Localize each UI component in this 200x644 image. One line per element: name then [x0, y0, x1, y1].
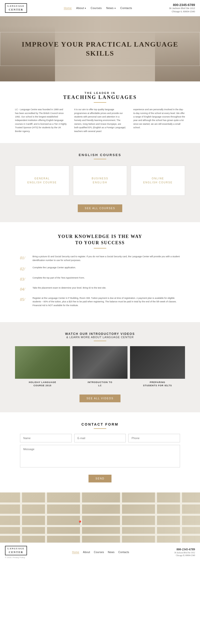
- video-label-3: PREPARINGSTUDENTS FOR IELTS: [130, 381, 185, 387]
- nav-news[interactable]: News: [106, 7, 116, 10]
- nav-about[interactable]: About: [76, 7, 86, 10]
- step-4-num: 04/: [20, 286, 29, 293]
- courses-grid: GENERALENGLISH COURSE BUSINESSENGLISH ON…: [15, 166, 185, 196]
- courses-divider: [94, 159, 106, 159]
- hero-title: IMPROVE YOUR PRACTICAL LANGUAGE SKILLS: [10, 40, 190, 58]
- message-input[interactable]: [20, 445, 180, 467]
- footer-nav: Home About Courses News Contacts: [72, 551, 129, 554]
- video-label-1: HOLIDAY LANGUAGECOURSE 2015: [15, 381, 70, 387]
- course-card-general[interactable]: GENERALENGLISH COURSE: [15, 166, 69, 196]
- phone-input[interactable]: [128, 434, 180, 442]
- map-pin: 📍: [78, 520, 82, 525]
- step-2-text: Complete the Language Center application…: [32, 266, 76, 269]
- footer-copyright: © 2016. Privacy Policy: [5, 556, 27, 559]
- footer-nav-courses[interactable]: Courses: [94, 551, 104, 554]
- step-5: 05/ Register at the Language Center in P…: [20, 296, 180, 307]
- header-contact: 800-2345-6789 36 Jackson Blvd Ste 1012 C…: [169, 3, 195, 13]
- step-3-num: 03/: [20, 276, 29, 283]
- nav-home[interactable]: Home: [64, 7, 72, 10]
- leader-section: THE LEADER IN TEACHING LANGUAGES LC - La…: [0, 81, 200, 143]
- footer-logo[interactable]: LANGUAGE CENTER: [5, 546, 27, 555]
- success-title: YOUR KNOWLEDGE IS THE WAY TO YOUR SUCCES…: [20, 233, 180, 246]
- map-road: [45, 492, 47, 543]
- contact-title: CONTACT FORM: [20, 422, 180, 426]
- map-background: 📍: [0, 492, 200, 543]
- footer-phone: 800-2345-6789: [174, 548, 195, 551]
- leader-col-2: It is our aim to offer top quality langu…: [74, 108, 126, 133]
- video-thumb-1[interactable]: [15, 346, 70, 379]
- email-input[interactable]: [74, 434, 126, 442]
- course-card-business[interactable]: BUSINESSENGLISH: [73, 166, 127, 196]
- course-name-business: BUSINESSENGLISH: [92, 177, 108, 185]
- step-5-text: Register at the Language Center in P Bui…: [32, 296, 180, 307]
- site-footer: LANGUAGE CENTER © 2016. Privacy Policy H…: [0, 543, 200, 562]
- name-input[interactable]: [20, 434, 72, 442]
- map-road: [155, 492, 157, 543]
- leader-divider: [94, 102, 106, 103]
- footer-nav-about[interactable]: About: [83, 551, 90, 554]
- video-grid: HOLIDAY LANGUAGECOURSE 2015 INTRODUCTION…: [15, 346, 185, 387]
- map-road: [80, 492, 82, 543]
- step-2: 02/ Complete the Language Center applica…: [20, 266, 180, 272]
- see-all-courses-button[interactable]: SEE ALL COURSES: [78, 204, 122, 212]
- map-road: [0, 525, 200, 527]
- leader-pre-title: THE LEADER IN: [15, 91, 185, 94]
- step-4-text: Take the placement exam to determine you…: [32, 286, 106, 290]
- leader-col-1: LC - Language Centre was founded in 1989…: [15, 108, 67, 133]
- success-divider: [94, 248, 106, 248]
- hero-section: IMPROVE YOUR PRACTICAL LANGUAGE SKILLS: [0, 16, 200, 81]
- footer-address: 36 Jackson Blvd Ste 1012 Chicago IL 6060…: [174, 551, 195, 557]
- step-1: 01/ Bring a picture ID and Social Securi…: [20, 255, 180, 262]
- videos-sub-title: & LEARN MORE ABOUT LANGUAGE CENTER: [15, 336, 185, 339]
- step-1-text: Bring a picture ID and Social Security c…: [32, 255, 180, 262]
- header-address: 36 Jackson Blvd Ste 1012 Chicago IL 6060…: [169, 7, 195, 13]
- see-all-videos-button[interactable]: SEE ALL VIDEOS: [80, 395, 120, 402]
- map-section[interactable]: 📍: [0, 492, 200, 543]
- step-1-num: 01/: [20, 255, 29, 261]
- map-road: [120, 492, 122, 543]
- step-3: 03/ Complete the top part of the Test Ap…: [20, 276, 180, 283]
- nav-courses[interactable]: Courses: [91, 7, 102, 10]
- videos-section: WATCH OUR INTRODUCTORY VIDEOS & LEARN MO…: [0, 322, 200, 412]
- map-road: [20, 492, 22, 543]
- course-name-online: ONLINEENGLISH COURSE: [143, 177, 172, 185]
- success-section: YOUR KNOWLEDGE IS THE WAY TO YOUR SUCCES…: [0, 222, 200, 322]
- steps-list: 01/ Bring a picture ID and Social Securi…: [20, 255, 180, 307]
- main-nav: Home About Courses News Contacts: [64, 7, 132, 10]
- contact-divider: [94, 428, 106, 429]
- contact-form-row1: [20, 434, 180, 442]
- map-road: [0, 502, 200, 504]
- header-logo[interactable]: LANGUAGE CENTER: [5, 3, 27, 13]
- map-road: [0, 514, 200, 516]
- footer-contact: 800-2345-6789 36 Jackson Blvd Ste 1012 C…: [174, 548, 195, 557]
- send-button[interactable]: SEND: [88, 475, 112, 482]
- leader-columns: LC - Language Centre was founded in 1989…: [15, 108, 185, 133]
- videos-pre-title: WATCH OUR INTRODUCTORY VIDEOS: [15, 332, 185, 336]
- contact-section: CONTACT FORM SEND: [0, 412, 200, 492]
- footer-nav-news[interactable]: News: [108, 551, 114, 554]
- step-3-text: Complete the top part of the Test Appoin…: [32, 276, 85, 280]
- course-name-general: GENERALENGLISH COURSE: [28, 177, 57, 185]
- footer-nav-home[interactable]: Home: [72, 551, 79, 554]
- map-road: [0, 534, 200, 536]
- video-thumb-3[interactable]: [130, 346, 185, 379]
- step-5-num: 05/: [20, 296, 29, 303]
- course-card-online[interactable]: ONLINEENGLISH COURSE: [131, 166, 185, 196]
- step-4: 04/ Take the placement exam to determine…: [20, 286, 180, 293]
- header-phone: 800-2345-6789: [169, 3, 195, 7]
- courses-section: ENGLISH COURSES GENERALENGLISH COURSE BU…: [0, 143, 200, 222]
- leader-main-title: TEACHING LANGUAGES: [15, 94, 185, 100]
- footer-left: LANGUAGE CENTER © 2016. Privacy Policy: [5, 546, 27, 559]
- videos-divider: [94, 341, 106, 341]
- footer-nav-contacts[interactable]: Contacts: [118, 551, 129, 554]
- courses-heading: ENGLISH COURSES: [15, 153, 185, 157]
- video-label-2: INTRODUCTION TOLC: [72, 381, 128, 387]
- leader-col-3: experience and are personally involved i…: [133, 108, 185, 133]
- nav-contacts[interactable]: Contacts: [120, 7, 132, 10]
- step-2-num: 02/: [20, 266, 29, 272]
- hero-frame: IMPROVE YOUR PRACTICAL LANGUAGE SKILLS: [0, 32, 200, 66]
- site-header: LANGUAGE CENTER Home About Courses News …: [0, 0, 200, 16]
- map-road: [180, 492, 182, 543]
- video-thumb-2[interactable]: [72, 346, 128, 379]
